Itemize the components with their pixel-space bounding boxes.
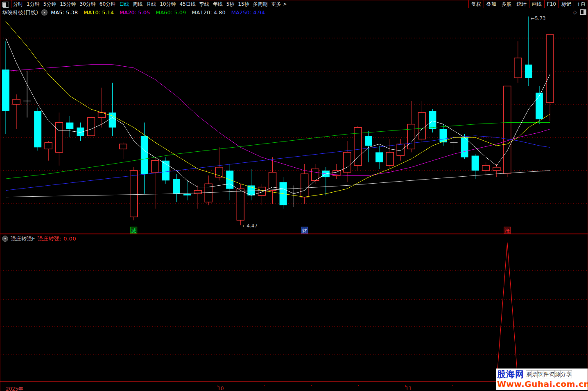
candle-body-down [461,137,468,157]
candle [493,164,500,177]
chevron-down-icon[interactable]: ▾ [41,9,47,16]
candle-body-up [504,86,511,174]
candle-body-up [258,187,265,196]
candle [120,142,127,159]
ma-legend-item: MA5: 5.38 [51,9,78,16]
watermark-tagline-char: 享 [566,370,572,378]
candle-body-down [472,156,479,171]
time-axis-tick [452,385,453,386]
watermark-tagline-char: 股 [526,370,532,378]
watermark-row1: 股海网 股票软件资源分享 [497,369,587,380]
time-axis-label: 2025年 [6,386,23,391]
candle [525,16,532,86]
candle [205,175,212,205]
ma-legend-item: MA20: 5.05 [120,9,150,16]
watermark-tagline-char: 票 [531,370,538,378]
candle-body-up [397,144,404,155]
candle-body-up [344,152,351,172]
ma-legend: MA5: 5.38MA10: 5.14MA20: 5.05MA60: 5.09M… [51,9,265,16]
candle-body-up [546,35,554,103]
stock-title[interactable]: 华映科技(日线) [2,9,38,16]
tdx-app-window: 分时1分钟5分钟15分钟30分钟60分钟日线周线月线10分钟45日线季线年线5秒… [0,0,588,391]
candle [45,141,52,161]
ma-line-ma10 [6,22,550,197]
indicator-signal-line [0,243,550,382]
candle [450,137,458,157]
candle [87,116,95,137]
candle [375,146,383,169]
indicator-sub-chart[interactable] [0,234,588,385]
split-pane-icon[interactable] [580,9,586,15]
candle [514,41,522,83]
candle-body-up [152,161,159,172]
candle [461,134,468,159]
candle-body-up [493,167,500,171]
watermark-tagline-char: 软 [537,370,543,378]
watermark-tagline-char: 件 [543,370,549,378]
candle-body-up [120,144,127,149]
candle [344,141,351,182]
candle-body-up [407,124,415,149]
signal-badge-green: 减 [131,228,136,234]
candle-body-down [2,70,9,111]
candle [536,86,543,124]
time-axis-label: 10 [217,386,224,391]
time-axis-tick [358,385,359,386]
ma-legend-item: MA120: 4.80 [192,9,225,16]
candle-body-up [130,171,138,217]
candle-body-down [375,152,383,162]
legend-row-icons: ◇ [573,9,586,15]
diamond-icon[interactable]: ◇ [573,9,577,15]
signal-badge-blue: 财 [302,228,307,234]
candle-body-up [87,117,95,136]
candle-body-down [525,65,532,78]
candle [183,180,191,200]
candle [482,162,490,175]
candle [173,174,180,202]
chevron-down-icon[interactable]: ▾ [2,236,8,242]
candle [247,169,255,200]
candle-body-up [237,189,244,220]
watermark-url: Www.Guhai.com.cn [497,380,587,389]
candle-body-down [109,112,116,127]
candle [23,71,31,117]
indicator-name[interactable]: 强庄转强F [11,235,35,243]
candle-body-down [429,111,436,129]
candle-body-up [482,166,490,171]
candle [13,94,20,129]
watermark: 股海网 股票软件资源分享 Www.Guhai.com.cn [496,369,588,390]
candle [312,164,319,184]
time-axis-tick [405,385,406,387]
candle [333,164,340,179]
candle [194,185,201,209]
candle-body-down [183,194,191,196]
ma-legend-item: MA10: 5.14 [84,9,114,16]
low-price-annotation: ←4.47 [242,223,258,229]
candle [237,184,244,225]
main-candlestick-chart[interactable]: ←5.73←4.47减财涨 [0,0,588,234]
indicator-value: 强庄转强: 0.00 [37,235,76,243]
candle [418,101,425,142]
candle [322,167,330,196]
candle [386,139,394,169]
time-axis-tick [217,385,217,387]
watermark-tagline: 股票软件资源分享 [526,370,572,378]
signal-badge-red: 涨 [504,228,510,234]
candle-body-down [162,161,170,181]
ma-line-ma5 [6,38,550,196]
candle-body-up [301,174,308,197]
candle [98,88,106,128]
indicator-header: ▾ 强庄转强F 强庄转强: 0.00 [2,235,76,242]
candle [397,139,404,161]
watermark-tagline-char: 源 [554,370,561,378]
candle-body-down [365,136,372,146]
candle [55,112,63,166]
candle-body-down [34,111,41,147]
candle [258,184,265,205]
candle-body-down [141,136,148,174]
time-axis-tick [311,385,312,386]
time-axis-tick [264,385,265,386]
watermark-tagline-char: 资 [549,370,555,378]
candle-body-up [194,191,201,194]
ma-legend-item: MA60: 5.09 [156,9,186,16]
